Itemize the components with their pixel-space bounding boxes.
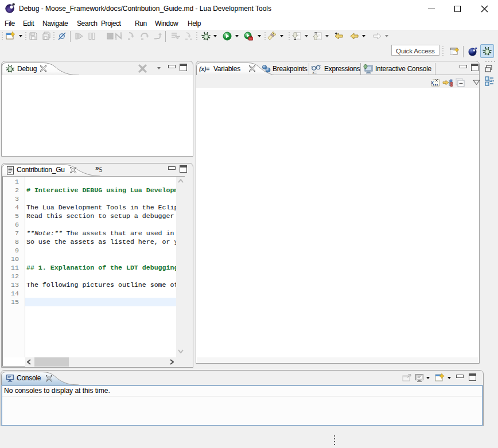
svg-text:x=: x= xyxy=(313,71,317,75)
